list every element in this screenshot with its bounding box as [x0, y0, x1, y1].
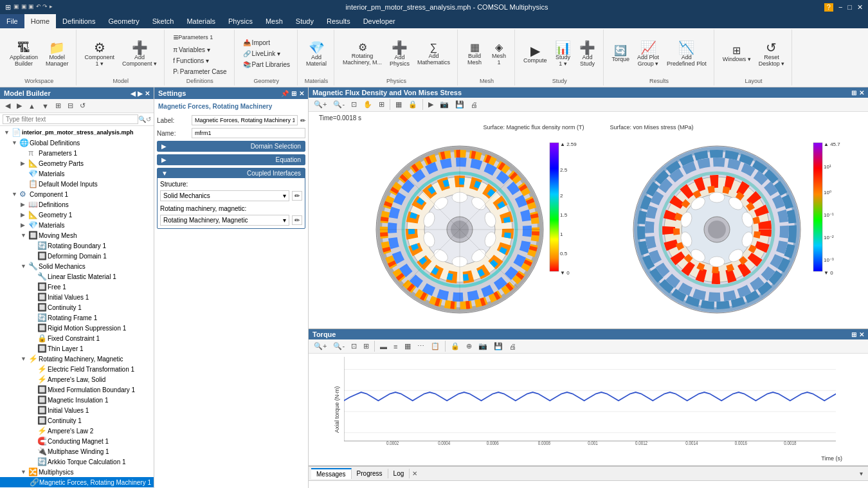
- msg-tab-close[interactable]: ✕: [412, 470, 417, 477]
- tab-definitions[interactable]: Definitions: [56, 14, 102, 28]
- torque-scatter-btn[interactable]: ⋯: [415, 341, 427, 352]
- mb-back-btn[interactable]: ◀: [3, 100, 13, 111]
- mb-down-btn[interactable]: ▼: [39, 101, 51, 111]
- study1-button[interactable]: 📊 Study1 ▾: [552, 39, 575, 69]
- torque-undock-btn[interactable]: ⊞: [851, 331, 856, 338]
- tree-item-def-model-inputs[interactable]: 📋 Default Model Inputs: [0, 179, 154, 189]
- compute-button[interactable]: ▶ Compute: [520, 42, 550, 66]
- functions-button[interactable]: f Functions ▾: [170, 56, 212, 66]
- tab-home[interactable]: Home: [24, 14, 56, 28]
- settings-equation-header[interactable]: ▶ Equation: [158, 155, 305, 165]
- structure-edit-btn[interactable]: ✏: [292, 191, 302, 201]
- torque-zoom-out-btn[interactable]: 🔍-: [330, 341, 347, 352]
- tree-item-amperes-law2[interactable]: ⚡ Ampere's Law 2: [0, 426, 154, 436]
- model-manager-button[interactable]: 📁 ModelManager: [42, 39, 72, 69]
- rotating-machinery-select[interactable]: Rotating Machinery, Magnetic ▾: [160, 215, 289, 226]
- settings-name-input[interactable]: [192, 128, 305, 138]
- export-btn[interactable]: 💾: [453, 99, 467, 110]
- torque-zoom-in-btn[interactable]: 🔍+: [311, 341, 329, 352]
- tree-item-arkkio-torque[interactable]: 🔄 Arkkio Torque Calculation 1: [0, 456, 154, 467]
- show-mesh-btn[interactable]: ▦: [393, 99, 404, 110]
- tree-item-rotating-frame1[interactable]: 🔄 Rotating Frame 1: [0, 312, 154, 323]
- build-mesh-button[interactable]: ▦ BuildMesh: [463, 41, 486, 68]
- tree-item-geom1[interactable]: ▶ 📐 Geometry 1: [0, 210, 154, 220]
- tree-item-rigid-motion[interactable]: 🔲 Rigid Motion Suppression 1: [0, 323, 154, 333]
- rotating-machinery-edit-btn[interactable]: ✏: [292, 215, 302, 225]
- import-button[interactable]: 📥 Import: [240, 38, 273, 48]
- rotating-machinery-button[interactable]: ⚙ RotatingMachinery, M...: [339, 41, 385, 68]
- zoom-out-btn[interactable]: 🔍-: [330, 99, 347, 110]
- tab-mesh[interactable]: Mesh: [259, 14, 289, 28]
- zoom-in-btn[interactable]: 🔍+: [311, 99, 329, 110]
- mb-forward-btn[interactable]: ▶: [14, 100, 24, 111]
- torque-export2-btn[interactable]: 💾: [491, 341, 505, 352]
- torque-close-btn[interactable]: ✕: [859, 331, 864, 338]
- torque-area-btn[interactable]: ▦: [402, 341, 413, 352]
- parameters-button[interactable]: ≡ Parameters 1: [170, 31, 216, 44]
- minimize-button[interactable]: −: [838, 3, 842, 12]
- add-component-button[interactable]: ➕ AddComponent ▾: [119, 39, 160, 69]
- settings-expand-btn[interactable]: ⊞: [291, 90, 296, 97]
- tree-item-materials[interactable]: ▶ 💎 Materials: [0, 220, 154, 230]
- zoom-extents-btn[interactable]: ⊞: [376, 99, 387, 110]
- tree-item-multiphysics[interactable]: ▼ 🔀 Multiphysics: [0, 467, 154, 477]
- maximize-button[interactable]: □: [847, 3, 852, 12]
- zoom-box-btn[interactable]: ⊡: [348, 99, 359, 110]
- settings-domain-header[interactable]: ▶ Domain Selection: [158, 141, 305, 151]
- pan-btn[interactable]: ✋: [361, 99, 375, 110]
- tree-item-electric-field[interactable]: ⚡ Electric Field Transformation 1: [0, 364, 154, 374]
- mesh1-button[interactable]: ◈ Mesh1: [487, 41, 511, 68]
- tree-item-multiphase-winding[interactable]: 🔌 Multiphase Winding 1: [0, 446, 154, 456]
- tree-item-rotating-boundary[interactable]: 🔄 Rotating Boundary 1: [0, 240, 154, 251]
- flux-density-undock-btn[interactable]: ⊞: [851, 89, 856, 96]
- tree-item-params1[interactable]: π Parameters 1: [0, 148, 154, 158]
- application-builder-button[interactable]: 🏗 ApplicationBuilder: [6, 39, 41, 69]
- add-study-button[interactable]: ➕ AddStudy: [576, 39, 599, 69]
- tree-item-initial-values1[interactable]: 🔲 Initial Values 1: [0, 292, 154, 302]
- messages-tab[interactable]: Messages: [311, 468, 352, 479]
- camera-btn[interactable]: 📷: [437, 99, 451, 110]
- livelink-button[interactable]: 🔗 LiveLink ▾: [240, 49, 284, 59]
- add-predefined-plot-button[interactable]: 📉 AddPredefined Plot: [664, 39, 710, 69]
- mb-collapse-btn[interactable]: ⊟: [65, 100, 76, 111]
- torque-legend-btn[interactable]: 📋: [428, 341, 442, 352]
- log-tab[interactable]: Log: [388, 469, 410, 478]
- tree-item-materials-global[interactable]: 💎 Materials: [0, 168, 154, 179]
- tree-item-thin-layer[interactable]: 🔲 Thin Layer 1: [0, 343, 154, 354]
- settings-label-input[interactable]: [192, 115, 298, 125]
- print-btn[interactable]: 🖨: [468, 100, 480, 110]
- tree-item-initial-values2[interactable]: 🔲 Initial Values 1: [0, 405, 154, 415]
- tree-item-continuity2[interactable]: 🔲 Continuity 1: [0, 415, 154, 426]
- help-button[interactable]: ?: [824, 3, 833, 12]
- tree-item-geom-parts[interactable]: ▶ 📐 Geometry Parts: [0, 158, 154, 168]
- part-libraries-button[interactable]: 📚 Part Libraries: [240, 60, 293, 69]
- tree-item-continuity1[interactable]: 🔲 Continuity 1: [0, 302, 154, 312]
- play-btn[interactable]: ▶: [426, 99, 436, 110]
- torque-zoom-box-btn[interactable]: ⊡: [348, 341, 359, 352]
- tree-item-mag-forces[interactable]: 🔗 Magnetic Forces, Rotating Machinery 1: [0, 477, 154, 487]
- add-mathematics-button[interactable]: ∑ AddMathematics: [414, 41, 453, 68]
- tree-item-conducting-magnet[interactable]: 🧲 Conducting Magnet 1: [0, 436, 154, 446]
- torque-print2-btn[interactable]: 🖨: [507, 341, 519, 352]
- tab-geometry[interactable]: Geometry: [102, 14, 145, 28]
- variables-button[interactable]: π Variables ▾: [170, 45, 213, 55]
- add-physics-button[interactable]: ➕ AddPhysics: [386, 39, 413, 69]
- tree-item-amperes-law-solid[interactable]: ⚡ Ampere's Law, Solid: [0, 374, 154, 384]
- tree-item-deforming-domain[interactable]: 🔲 Deforming Domain 1: [0, 251, 154, 261]
- tab-physics[interactable]: Physics: [222, 14, 259, 28]
- search-input[interactable]: [3, 114, 138, 124]
- torque-stacked-btn[interactable]: ≡: [391, 341, 400, 352]
- torque-lock2-btn[interactable]: 🔒: [448, 341, 462, 352]
- lock-btn[interactable]: 🔒: [406, 99, 420, 110]
- close-button[interactable]: ✕: [857, 3, 863, 12]
- tree-item-solid-mech[interactable]: ▼ 🔧 Solid Mechanics: [0, 261, 154, 271]
- refresh-icon[interactable]: ↺: [146, 116, 151, 123]
- tab-results[interactable]: Results: [320, 14, 357, 28]
- tree-item-definitions[interactable]: ▶ 📖 Definitions: [0, 199, 154, 210]
- progress-tab[interactable]: Progress: [352, 469, 388, 478]
- tree-item-moving-mesh[interactable]: ▼ 🔲 Moving Mesh: [0, 230, 154, 240]
- tree-item-rotating-mach-mag[interactable]: ▼ ⚡ Rotating Machinery, Magnetic: [0, 354, 154, 364]
- settings-pin-btn[interactable]: 📌: [281, 90, 289, 97]
- tab-materials[interactable]: Materials: [180, 14, 222, 28]
- settings-label-icon[interactable]: ✏: [300, 117, 305, 124]
